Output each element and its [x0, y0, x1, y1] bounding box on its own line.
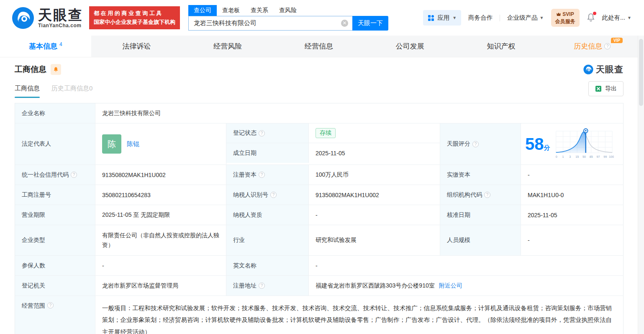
search-area: 查公司 查老板 查关系 查风险 ✕ 天眼一下 — [188, 5, 388, 31]
field-label-org-code: 组织机构代码? — [440, 185, 521, 205]
field-value-reg-status: 存续 — [309, 123, 440, 143]
svg-text:1: 1 — [562, 155, 564, 159]
field-label-reg-number: 工商注册号 — [15, 185, 95, 205]
tab-company-development[interactable]: 公司发展 — [364, 36, 456, 57]
field-value-taxpayer-quality: - — [309, 205, 440, 225]
enterprise-products-menu[interactable]: 企业级产品 ▼ — [507, 14, 544, 22]
field-value-establish-date: 2025-11-05 — [309, 143, 440, 163]
tab-operating-risk[interactable]: 经营风险 — [182, 36, 273, 57]
promo-line2: 国家中小企业发展子基金旗下机构 — [94, 18, 175, 26]
field-label-reg-address: 注册地址? — [226, 276, 309, 295]
section-title: 工商信息 — [15, 64, 46, 75]
field-value-business-scope: 一般项目：工程和技术研究和试验发展；软件开发；技术服务、技术开发、技术咨询、技术… — [95, 296, 624, 334]
clear-search-icon[interactable]: ✕ — [341, 20, 348, 27]
score-unit: 分 — [544, 144, 550, 151]
field-label-company-type: 企业类型 — [15, 225, 95, 255]
field-label-tyc-score: 天眼评分? — [440, 123, 521, 164]
chevron-down-icon: ▼ — [540, 15, 544, 20]
svg-text:50: 50 — [582, 155, 585, 159]
help-icon[interactable]: ? — [259, 283, 265, 289]
field-value-company-type: 有限责任公司（非自然人投资或控股的法人独资） — [95, 225, 226, 255]
svg-text:85: 85 — [589, 155, 593, 159]
tab-basic-info[interactable]: 基本信息 4 — [0, 36, 91, 57]
svip-label: SVIP — [562, 11, 574, 18]
tianyancha-logo-icon — [583, 64, 593, 75]
tab-history-info[interactable]: VIP 历史信息 ? — [547, 36, 638, 57]
field-value-reg-capital: 100万人民币 — [309, 165, 440, 185]
search-tab-company[interactable]: 查公司 — [188, 5, 217, 16]
watermark-text: 天眼查 — [596, 64, 623, 75]
field-label-credit-code: 统一社会信用代码? — [15, 165, 95, 185]
tab-intellectual-property[interactable]: 知识产权 — [456, 36, 547, 57]
tab-operating-info[interactable]: 经营信息 — [273, 36, 364, 57]
status-badge: 存续 — [316, 128, 336, 138]
company-nav-tabs: 基本信息 4 法律诉讼 经营风险 经营信息 公司发展 知识产权 VIP 历史信息… — [0, 36, 638, 57]
user-account-label: 此处有... — [602, 14, 626, 22]
field-label-reg-authority: 登记机关 — [15, 276, 95, 295]
help-icon[interactable]: ? — [484, 192, 490, 198]
field-value-company-name: 龙岩三快科技有限公司 — [95, 103, 624, 123]
help-icon[interactable]: ? — [259, 130, 265, 136]
help-icon[interactable]: ? — [270, 192, 277, 198]
field-label-taxpayer-quality: 纳税人资质 — [226, 205, 309, 225]
field-label-establish-date: 成立日期 — [226, 143, 309, 163]
score-distribution-chart: 0 1 3 15 50 85 97 99 100 — [554, 127, 614, 161]
export-button[interactable]: 导出 — [588, 81, 623, 96]
field-value-industry: 研究和试验发展 — [309, 225, 440, 255]
help-icon[interactable]: ? — [47, 302, 54, 308]
vip-badge: VIP — [611, 38, 623, 43]
field-value-staff-size: - — [521, 225, 624, 255]
header: 天眼查 TianYanCha.com 都 在 用 的 商 业 查 询 工 具 国… — [0, 0, 644, 36]
field-value-reg-authority: 龙岩市新罗区市场监督管理局 — [95, 276, 226, 295]
nearby-companies-link[interactable]: 附近公司 — [439, 282, 462, 290]
tianyancha-logo[interactable]: 天眼查 TianYanCha.com — [12, 7, 83, 29]
subtab-business-info[interactable]: 工商信息 — [15, 85, 40, 98]
help-icon[interactable]: ? — [604, 43, 611, 49]
apps-label: 应用 — [437, 14, 449, 22]
field-label-legal-rep: 法定代表人 — [15, 123, 95, 164]
svg-text:97: 97 — [596, 155, 600, 159]
page: 天眼查 TianYanCha.com 都 在 用 的 商 业 查 询 工 具 国… — [0, 0, 644, 334]
legal-rep-name-link[interactable]: 陈锟 — [127, 140, 139, 148]
search-tab-risk[interactable]: 查风险 — [274, 5, 302, 16]
search-tab-relation[interactable]: 查关系 — [245, 5, 274, 16]
field-value-business-term: 2025-11-05 至 无固定期限 — [95, 205, 226, 225]
apps-menu[interactable]: 应用 ▼ — [423, 10, 461, 26]
search-tab-boss[interactable]: 查老板 — [217, 5, 245, 16]
business-coop-link[interactable]: 商务合作 — [468, 14, 493, 22]
svg-text:99: 99 — [603, 155, 607, 159]
bell-icon — [53, 67, 59, 72]
svg-text:3: 3 — [569, 155, 571, 159]
help-icon[interactable]: ? — [472, 141, 479, 147]
svip-sublabel: 会员服务 — [555, 18, 575, 25]
promo-line1: 都 在 用 的 商 业 查 询 工 具 — [94, 9, 175, 18]
field-value-taxpayer-id: 91350802MAK1H1U002 — [309, 185, 440, 205]
logo-text-cn: 天眼查 — [38, 8, 83, 22]
enterprise-products-label: 企业级产品 — [507, 14, 538, 22]
subtab-history-business-info[interactable]: 历史工商信息0 — [51, 85, 92, 98]
help-icon[interactable]: ? — [71, 172, 77, 178]
svip-member-button[interactable]: SVIP 会员服务 — [551, 9, 580, 26]
svg-text:100: 100 — [609, 155, 614, 159]
tab-basic-info-count: 4 — [59, 41, 62, 47]
tab-legal-proceedings[interactable]: 法律诉讼 — [91, 36, 182, 57]
help-icon[interactable]: ? — [259, 172, 265, 178]
field-value-paid-capital: - — [521, 165, 624, 185]
search-tabs: 查公司 查老板 查关系 查风险 — [188, 5, 388, 16]
score-axis-ticks: 0 1 3 15 50 85 97 99 100 — [555, 155, 613, 159]
user-account-menu[interactable]: 此处有... ▼ — [602, 14, 632, 22]
field-label-staff-size: 人员规模 — [440, 225, 521, 255]
search-input[interactable] — [188, 16, 352, 31]
field-label-taxpayer-id: 纳税人识别号? — [226, 185, 309, 205]
chevron-down-icon: ▼ — [452, 15, 457, 20]
field-label-company-name: 企业名称 — [15, 103, 95, 123]
scrollbar-thumb[interactable] — [639, 39, 643, 106]
excel-icon — [595, 85, 602, 92]
search-button[interactable]: 天眼一下 — [352, 16, 388, 31]
field-value-legal-rep: 陈 陈锟 — [95, 123, 226, 164]
field-label-reg-status: 登记状态? — [226, 123, 309, 143]
monitor-bell-button[interactable] — [51, 64, 61, 75]
legal-rep-avatar[interactable]: 陈 — [102, 134, 121, 154]
notification-bell[interactable] — [587, 13, 595, 23]
field-label-industry: 行业 — [226, 225, 309, 255]
